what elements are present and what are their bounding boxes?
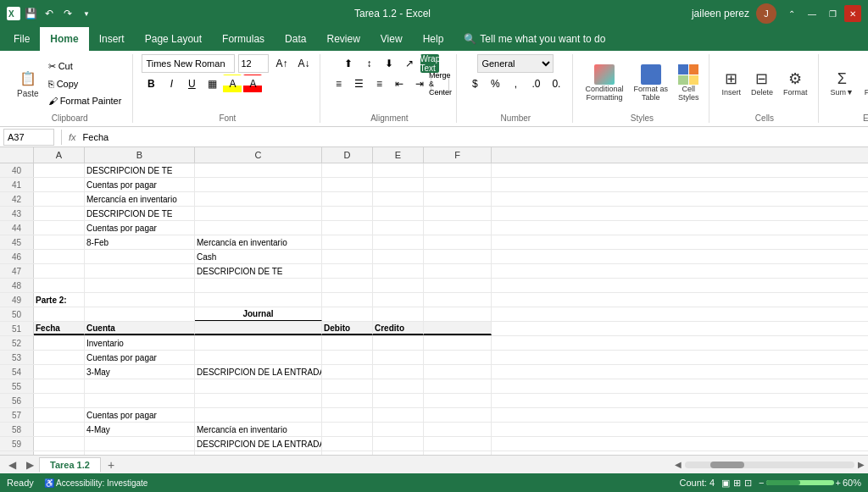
cell[interactable] [34, 351, 85, 364]
cell[interactable] [34, 365, 85, 379]
cell-styles-button[interactable]: CellStyles [675, 63, 703, 103]
cell[interactable] [85, 437, 195, 451]
fill-color-button[interactable]: A [223, 75, 242, 93]
cell[interactable] [85, 264, 195, 278]
copy-button[interactable]: ⎘ Copy [44, 76, 126, 91]
cell[interactable] [373, 437, 424, 451]
insert-cells-button[interactable]: ⊞ Insert [718, 68, 744, 98]
cell[interactable] [322, 250, 373, 263]
cell[interactable] [373, 250, 424, 263]
zoom-out-button[interactable]: − [759, 478, 764, 488]
decrease-decimal-button[interactable]: 0. [547, 75, 565, 93]
tab-home[interactable]: Home [40, 27, 88, 51]
cell[interactable] [34, 394, 85, 407]
merge-center-button[interactable]: Merge & Center [431, 75, 449, 93]
cell[interactable]: Cuenta [85, 322, 195, 335]
cell[interactable] [424, 394, 492, 407]
cell[interactable] [373, 394, 424, 407]
cell[interactable] [322, 451, 373, 455]
cell[interactable]: DESCRIPCION DE LA ENTRADA [195, 437, 322, 451]
cell[interactable] [424, 264, 492, 278]
font-color-button[interactable]: A [243, 75, 262, 93]
cell[interactable] [424, 178, 492, 191]
cell[interactable] [373, 207, 424, 220]
font-size-selector[interactable] [238, 54, 269, 73]
cell[interactable] [424, 207, 492, 220]
cell[interactable] [322, 264, 373, 278]
cut-button[interactable]: ✂ Cut [44, 58, 126, 75]
cell[interactable] [424, 423, 492, 436]
cell[interactable]: Parte 2: [34, 293, 85, 307]
currency-button[interactable]: $ [465, 75, 484, 93]
undo-icon[interactable]: ↶ [42, 7, 56, 20]
bold-button[interactable]: B [142, 75, 160, 93]
col-header-f[interactable]: F [424, 147, 492, 163]
align-right-button[interactable]: ≡ [370, 75, 388, 93]
italic-button[interactable]: I [162, 75, 181, 93]
cell[interactable]: Cuentas por pagar [85, 351, 195, 364]
cell[interactable] [424, 279, 492, 292]
cell[interactable] [85, 379, 195, 393]
cell[interactable] [34, 264, 85, 278]
tab-data[interactable]: Data [275, 27, 316, 51]
conditional-formatting-button[interactable]: ConditionalFormatting [581, 63, 626, 103]
cell[interactable] [322, 221, 373, 235]
col-header-a[interactable]: A [34, 147, 85, 163]
cell[interactable] [195, 293, 322, 307]
col-header-d[interactable]: D [322, 147, 373, 163]
cell[interactable] [34, 192, 85, 206]
cell[interactable] [34, 207, 85, 220]
cell[interactable] [424, 221, 492, 235]
cell[interactable] [34, 178, 85, 191]
number-format-selector[interactable]: General [477, 54, 554, 73]
save-icon[interactable]: 💾 [24, 7, 37, 20]
cell[interactable] [373, 307, 424, 321]
cell[interactable] [195, 451, 322, 455]
cell[interactable] [85, 293, 195, 307]
percent-button[interactable]: % [486, 75, 504, 93]
cell[interactable] [34, 221, 85, 235]
close-button[interactable]: ✕ [844, 5, 861, 22]
cell[interactable] [424, 192, 492, 206]
sheet-tab-tarea12[interactable]: Tarea 1.2 [39, 457, 101, 473]
cell[interactable] [322, 279, 373, 292]
cell[interactable]: Mercancía en inventario [195, 423, 322, 436]
cell[interactable] [34, 307, 85, 321]
cell[interactable] [322, 192, 373, 206]
cell[interactable] [322, 293, 373, 307]
cell[interactable] [34, 451, 85, 455]
cell[interactable] [424, 250, 492, 263]
scroll-left-icon[interactable]: ◀ [675, 460, 682, 469]
col-header-e[interactable]: E [373, 147, 424, 163]
customize-icon[interactable]: ▼ [80, 7, 93, 20]
cell[interactable] [85, 394, 195, 407]
cell[interactable] [424, 163, 492, 177]
cell[interactable] [195, 163, 322, 177]
delete-cells-button[interactable]: ⊟ Delete [748, 68, 776, 98]
tab-review[interactable]: Review [316, 27, 370, 51]
minimize-button[interactable]: — [804, 5, 821, 22]
align-bottom-button[interactable]: ⬇ [380, 54, 398, 73]
increase-indent-button[interactable]: ⇥ [410, 75, 429, 93]
cell[interactable] [373, 192, 424, 206]
cell[interactable] [373, 379, 424, 393]
cell[interactable] [195, 351, 322, 364]
scroll-right-icon[interactable]: ▶ [858, 460, 865, 469]
cell[interactable] [85, 279, 195, 292]
redo-icon[interactable]: ↷ [61, 7, 75, 20]
wrap-text-button[interactable]: Wrap Text [420, 54, 439, 73]
decrease-font-button[interactable]: A↓ [294, 54, 313, 73]
cell[interactable]: Cuentas por pagar [85, 178, 195, 191]
cell[interactable]: Cash [195, 250, 322, 263]
format-painter-button[interactable]: 🖌 Format Painter [44, 93, 126, 108]
cell[interactable] [34, 408, 85, 422]
cell[interactable] [322, 351, 373, 364]
format-as-table-button[interactable]: Format asTable [630, 63, 671, 103]
cell[interactable] [424, 437, 492, 451]
cell[interactable] [322, 163, 373, 177]
cell[interactable] [373, 408, 424, 422]
cell[interactable] [373, 351, 424, 364]
cell[interactable] [373, 163, 424, 177]
fill-button[interactable]: ↓ Fill▼ [860, 69, 868, 98]
paste-button[interactable]: 📋 Paste [14, 67, 42, 100]
